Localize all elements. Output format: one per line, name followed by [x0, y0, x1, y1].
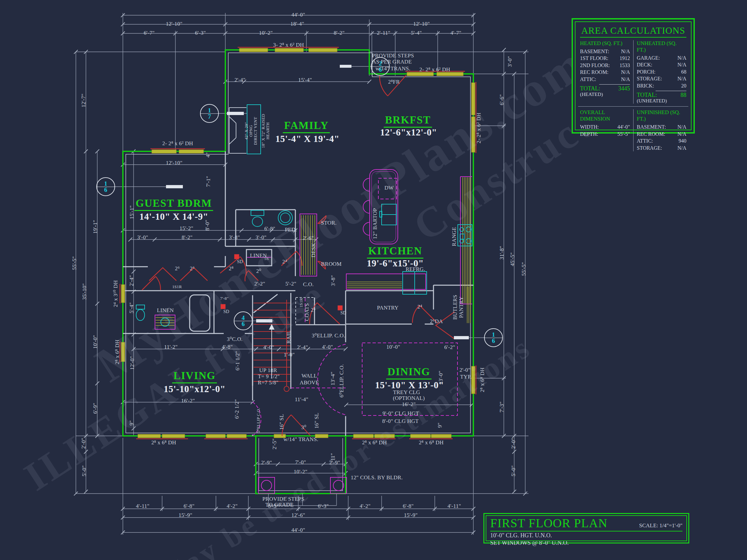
unfinished-header: UNFINISHED (SQ. FT.)	[637, 109, 686, 122]
annotation-label: T= 9 1/2"	[258, 373, 280, 380]
annotation-label: 4'-2"	[227, 503, 238, 509]
unheated-column: UNHEATED (SQ. FT.) GARAGE:N/ADECK:N/APOR…	[633, 40, 686, 104]
annotation-label: 4'-11"	[136, 503, 150, 509]
overall-header: OVERALL DIMENSION	[580, 109, 630, 122]
annotation-label: 55'-5"	[71, 256, 78, 270]
annotation-label: LINEN	[157, 307, 174, 314]
annotation-label: 1'-0"	[284, 352, 295, 358]
annotation-label: 4'-7"	[450, 30, 461, 36]
annotation-label: UP 18R	[259, 367, 277, 374]
annotation-label: 11'-4"	[295, 396, 308, 403]
annotation-label: 12'-10"	[166, 21, 182, 27]
annotation-label: 10'-0"	[386, 344, 400, 350]
annotation-label: 4'-0"	[263, 344, 274, 351]
annotation-label: 2⁶	[175, 265, 180, 272]
annotation-label: 2- 2⁸ x 6² DH	[162, 140, 193, 147]
sheet-note-1: 10'-0" CLG. HGT. U.N.O.	[490, 532, 682, 539]
annotation-label: BROOM	[321, 261, 341, 267]
annotation-label: 16" SL	[279, 414, 285, 430]
area-row: 2ND FLOOR:1533	[580, 62, 630, 69]
floor-plan-sheet: MyHomeFloorPlans.comConstructionsILLEGAL…	[0, 0, 747, 560]
annotation-label: 3'-0"	[137, 234, 148, 241]
annotation-label: 6'-3"	[195, 30, 206, 36]
divider	[655, 91, 686, 91]
annotation-label: 13'-0"	[438, 371, 444, 384]
annotation-label: DESK	[310, 243, 317, 257]
annotation-label: 10'-2"	[259, 30, 273, 36]
area-row: DECK:N/A	[637, 61, 686, 68]
annotation-label: 2'-4"	[128, 275, 135, 286]
unheated-rows: GARAGE:N/ADECK:N/APORCH:68STORAGE:N/ABRI…	[637, 54, 686, 89]
area-row: GARAGE:N/A	[637, 54, 686, 61]
annotation-label: 45'-5"	[509, 252, 516, 266]
heated-rows: BASEMENT:N/A1ST FLOOR:19122ND FLOOR:1533…	[580, 48, 630, 83]
smoke-detector-label: SD	[237, 259, 243, 264]
room-label: LIVING	[172, 370, 217, 383]
annotation-label: 18'-4"	[290, 21, 304, 27]
annotation-label: DW	[385, 185, 394, 191]
annotation-label: 4'-0"	[322, 344, 333, 350]
annotation-label: STOR.	[321, 220, 337, 226]
annotation-label: WALL	[302, 373, 317, 379]
annotation-label: 2'-0"	[459, 367, 470, 373]
annotation-label: R=7 5/8"	[258, 379, 279, 386]
annotation-label: 2⁶	[190, 265, 195, 272]
annotation-label: RAIL	[286, 330, 292, 344]
annotation-label: 3- 2⁸ x 6² DH	[273, 42, 304, 48]
annotation-label: 31'-8"	[499, 246, 505, 260]
annotation-label: 6'-3"	[318, 503, 329, 509]
overall-rows: WIDTH:44'-0"DEPTH:55'-5"	[580, 124, 630, 137]
annotation-label: 15'-2"	[180, 225, 193, 232]
annotation-label: 3⁰ELLIP. C.O.	[312, 332, 345, 339]
annotation-label: 3⁰C.O.	[227, 336, 243, 343]
annotation-label: 9'-0" CLG HGT	[383, 410, 419, 417]
annotation-label: 4"	[205, 152, 211, 158]
annotation-label: 6'-7"	[144, 30, 155, 36]
annotation-label: 5'-0"	[510, 465, 517, 476]
annotation-label: 8'-0"	[204, 220, 211, 231]
annotation-label: 2'-9"	[261, 459, 272, 466]
annotation-label: 5'-4"	[411, 30, 422, 36]
annotation-label: 12" BARTOP	[372, 208, 378, 239]
area-row: REC ROOM:N/A	[580, 69, 630, 76]
annotation-label: 7'-8"	[220, 296, 229, 301]
total-value: 3445	[618, 85, 630, 92]
room-label: DINING	[386, 366, 432, 379]
annotation-label: 2⁴	[418, 304, 422, 310]
annotation-label: 16'-2"	[181, 398, 195, 404]
annotation-label: PANTRY	[377, 304, 399, 311]
annotation-label: 3⁰	[301, 424, 306, 431]
annotation-label: HEARTH	[265, 122, 271, 139]
annotation-label: 3'-8"	[330, 275, 337, 286]
smoke-detector-label: SD	[223, 309, 229, 314]
annotation-label: PED.	[285, 226, 297, 233]
annotation-label: 12'-6"	[291, 512, 305, 518]
section-marker: 16	[484, 328, 503, 347]
annotation-label: 8'-2"	[334, 30, 345, 36]
annotation-label: 2'-2"	[254, 281, 265, 287]
annotation-label: 16'-2"	[402, 401, 416, 408]
annotation-label: 6'-8"	[183, 503, 195, 509]
room-label: GUEST BDRM	[134, 197, 213, 211]
annotation-label: COATS	[304, 303, 310, 321]
annotation-label: 6'-9"	[92, 403, 99, 414]
annotation-label: 3'-0"	[256, 234, 266, 241]
annotation-label: 12'-6"x12'-0"	[380, 127, 437, 138]
smoke-detector-marker	[234, 255, 239, 259]
annotation-label: 5S	[264, 256, 269, 261]
total-value: 88	[680, 92, 686, 99]
annotation-label: 19'-1"	[92, 220, 99, 234]
section-divider	[578, 106, 688, 107]
annotation-label: 13'-4"	[330, 372, 336, 385]
annotation-label: 10'-0"	[92, 335, 99, 349]
annotation-label: 1S1R	[299, 298, 304, 308]
annotation-label: 7'-0"	[295, 459, 306, 466]
annotation-label: 2'-11"	[377, 30, 390, 36]
annotation-label: 2'-0"	[80, 438, 87, 449]
unfinished-column: UNFINISHED (SQ. FT.) BASEMENT:N/AREC ROO…	[633, 109, 686, 151]
annotation-label: 55'-5"	[521, 262, 527, 276]
area-row: PORCH:68	[637, 69, 686, 75]
annotation-label: 7'-3"	[499, 402, 505, 412]
title-block: FIRST FLOOR PLAN SCALE: 1/4"=1'-0" 10'-0…	[483, 513, 689, 543]
annotation-label: 3'-8"	[229, 234, 240, 241]
